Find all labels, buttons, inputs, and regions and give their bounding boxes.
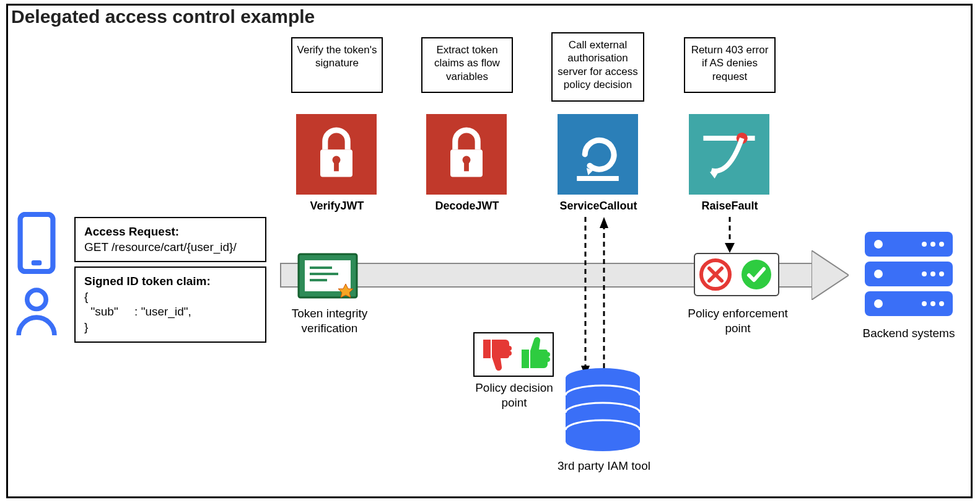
servicecallout-tile-icon [558, 114, 638, 195]
servicecallout-label: ServiceCallout [549, 200, 648, 213]
svg-marker-16 [812, 250, 849, 300]
deny-circle-icon [699, 258, 732, 291]
caption-fault: Return 403 error if AS denies request [684, 37, 776, 93]
svg-rect-3 [334, 162, 339, 171]
token-claim-heading: Signed ID token claim: [84, 275, 211, 288]
raisefault-arrow-icon [722, 217, 737, 254]
svg-rect-14 [32, 260, 42, 265]
pdp-label: Policy decision point [465, 381, 564, 410]
raisefault-label: RaiseFault [680, 200, 779, 213]
diagram-title: Delegated access control example [11, 6, 315, 27]
token-claim-box: Signed ID token claim: { "sub" : "user_i… [74, 266, 266, 343]
svg-point-49 [922, 301, 927, 306]
backend-servers-icon [862, 228, 955, 321]
backend-label: Backend systems [862, 326, 955, 341]
token-integrity-label: Token integrity verification [280, 306, 379, 336]
svg-point-41 [922, 242, 927, 247]
pep-label: Policy enforcement point [679, 306, 797, 336]
access-request-box: Access Request: GET /resource/cart/{user… [74, 217, 266, 262]
svg-point-51 [939, 301, 944, 306]
svg-point-45 [922, 271, 927, 276]
token-body-open: { [84, 289, 256, 305]
caption-extract-text: Extract token claims as flow variables [434, 44, 500, 82]
svg-marker-26 [600, 217, 608, 228]
caption-callout: Call external authorisation server for a… [551, 32, 644, 102]
svg-rect-18 [305, 260, 351, 291]
caption-extract: Extract token claims as flow variables [421, 37, 513, 93]
svg-point-48 [874, 299, 883, 308]
iam-label: 3rd party IAM tool [545, 459, 663, 473]
svg-rect-8 [558, 114, 638, 195]
thumbs-up-icon [517, 336, 551, 372]
svg-point-15 [27, 290, 46, 309]
svg-rect-10 [689, 114, 769, 195]
token-body-line: "sub" : "user_id", [84, 304, 256, 320]
thumbs-down-icon [478, 336, 513, 372]
allow-circle-icon [740, 258, 773, 291]
svg-point-43 [939, 242, 944, 247]
mobile-device-icon [16, 212, 57, 274]
svg-rect-7 [464, 162, 469, 171]
flow-arrowhead-icon [812, 250, 849, 300]
verifyjwt-label: VerifyJWT [287, 200, 387, 213]
caption-callout-text: Call external authorisation server for a… [558, 39, 637, 90]
svg-point-40 [874, 240, 883, 249]
access-request-heading: Access Request: [84, 225, 179, 238]
user-icon [15, 285, 58, 338]
caption-fault-text: Return 403 error if AS denies request [691, 44, 769, 82]
svg-point-46 [930, 271, 935, 276]
raisefault-tile-icon [689, 114, 769, 195]
caption-verify: Verify the token's signature [291, 37, 383, 93]
svg-marker-28 [725, 243, 735, 253]
callout-arrows-icon [576, 217, 613, 384]
svg-point-50 [930, 301, 935, 306]
caption-verify-text: Verify the token's signature [297, 44, 377, 69]
verifyjwt-tile-icon [296, 114, 377, 195]
svg-point-47 [939, 271, 944, 276]
decodejwt-tile-icon [426, 114, 507, 195]
access-request-line: GET /resource/cart/{user_id}/ [84, 240, 256, 255]
svg-point-44 [874, 270, 883, 278]
svg-point-42 [930, 242, 935, 247]
decodejwt-label: DecodeJWT [418, 200, 517, 213]
certificate-icon [297, 253, 358, 299]
token-body-close: } [84, 320, 256, 335]
database-icon [562, 367, 643, 454]
